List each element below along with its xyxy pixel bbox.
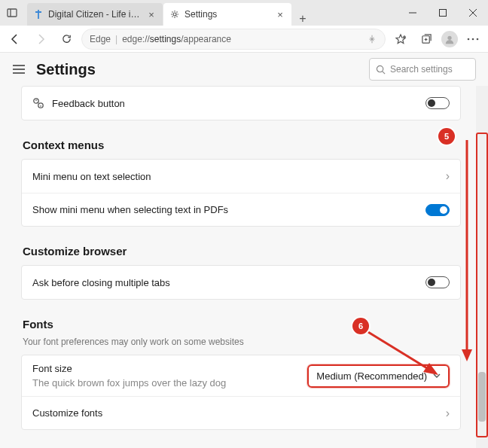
address-bar[interactable]: Edge | edge://settings/appearance xyxy=(81,29,386,50)
annotation-arrow-down xyxy=(459,140,474,361)
setting-row-mini-menu-pdf: Show mini menu when selecting text in PD… xyxy=(22,193,460,226)
feedback-card: Feedback button xyxy=(21,86,461,120)
customize-card: Ask before closing multiple tabs xyxy=(21,265,461,300)
svg-point-2 xyxy=(173,13,176,16)
gear-icon xyxy=(169,9,180,20)
window-controls xyxy=(398,0,488,26)
browser-tab[interactable]: Digital Citizen - Life in a digital w × xyxy=(27,3,163,26)
close-icon[interactable]: × xyxy=(146,9,157,20)
svg-line-18 xyxy=(383,71,385,73)
annotation-arrow-diag xyxy=(361,327,444,381)
section-title-context: Context menus xyxy=(23,139,461,151)
svg-rect-4 xyxy=(440,10,447,17)
close-icon[interactable]: × xyxy=(275,9,285,20)
favorites-button[interactable] xyxy=(390,29,411,50)
content-area: Settings Search settings Feedback button… xyxy=(0,53,488,448)
annotation-badge-5: 5 xyxy=(438,128,455,145)
chevron-right-icon: › xyxy=(446,407,450,420)
page-header: Settings Search settings xyxy=(0,53,488,86)
forward-button[interactable] xyxy=(30,29,51,50)
setting-label: Feedback button xyxy=(52,98,125,109)
toggle-feedback[interactable] xyxy=(425,97,450,109)
setting-row-feedback: Feedback button xyxy=(22,87,460,120)
scrollbar-thumb[interactable] xyxy=(478,372,486,422)
close-window-button[interactable] xyxy=(458,0,488,26)
toggle-close-tabs[interactable] xyxy=(425,276,450,288)
toolbar: Edge | edge://settings/appearance xyxy=(0,26,488,53)
chevron-right-icon: › xyxy=(446,169,450,183)
svg-rect-0 xyxy=(8,9,17,17)
settings-scroll-area: Feedback button Context menus Mini menu … xyxy=(0,86,476,448)
font-sample-text: The quick brown fox jumps over the lazy … xyxy=(32,377,300,389)
edge-label: Edge xyxy=(90,34,111,44)
svg-line-23 xyxy=(364,330,431,370)
svg-point-17 xyxy=(377,66,383,72)
more-menu-button[interactable] xyxy=(462,29,483,50)
page-title: Settings xyxy=(36,61,96,78)
new-tab-button[interactable]: + xyxy=(292,12,313,26)
toggle-mini-menu-pdf[interactable] xyxy=(425,204,450,216)
cross-icon xyxy=(33,9,44,20)
svg-point-13 xyxy=(477,38,479,40)
search-icon xyxy=(376,65,386,75)
scrollbar-track[interactable] xyxy=(476,86,488,448)
setting-row-mini-menu[interactable]: Mini menu on text selection › xyxy=(22,160,460,193)
setting-label: Customize fonts xyxy=(32,407,102,419)
url-text: edge://settings/appearance xyxy=(122,34,362,44)
menu-button[interactable] xyxy=(12,65,26,74)
tab-title: Digital Citizen - Life in a digital w xyxy=(48,9,142,20)
svg-point-11 xyxy=(468,38,470,40)
read-aloud-icon[interactable] xyxy=(367,34,377,44)
back-button[interactable] xyxy=(5,29,26,50)
annotation-badge-6: 6 xyxy=(352,318,369,334)
collections-button[interactable] xyxy=(416,29,437,50)
tab-actions-button[interactable] xyxy=(0,0,24,26)
setting-label: Font size xyxy=(32,363,300,374)
svg-point-19 xyxy=(34,99,38,103)
profile-avatar[interactable] xyxy=(441,31,458,47)
feedback-icon xyxy=(32,97,44,109)
svg-point-10 xyxy=(447,35,451,39)
tab-title: Settings xyxy=(185,9,270,20)
context-card: Mini menu on text selection › Show mini … xyxy=(21,159,461,227)
titlebar: Digital Citizen - Life in a digital w × … xyxy=(0,0,488,26)
section-title-customize: Customize browser xyxy=(23,245,461,258)
minimize-button[interactable] xyxy=(398,0,428,26)
search-input[interactable]: Search settings xyxy=(369,58,476,81)
setting-row-close-tabs: Ask before closing multiple tabs xyxy=(22,266,460,299)
svg-point-12 xyxy=(472,38,474,40)
setting-row-customize-fonts[interactable]: Customize fonts › xyxy=(22,396,460,429)
maximize-button[interactable] xyxy=(428,0,458,26)
setting-label: Show mini menu when selecting text in PD… xyxy=(32,204,228,215)
svg-point-20 xyxy=(38,103,43,108)
svg-marker-22 xyxy=(462,349,472,361)
search-placeholder: Search settings xyxy=(390,64,453,75)
refresh-button[interactable] xyxy=(56,29,77,50)
svg-marker-24 xyxy=(423,363,438,375)
separator: | xyxy=(115,34,117,44)
setting-label: Mini menu on text selection xyxy=(32,171,151,182)
tab-strip: Digital Citizen - Life in a digital w × … xyxy=(24,0,398,26)
browser-tab[interactable]: Settings × xyxy=(163,3,291,26)
setting-label: Ask before closing multiple tabs xyxy=(32,277,170,288)
